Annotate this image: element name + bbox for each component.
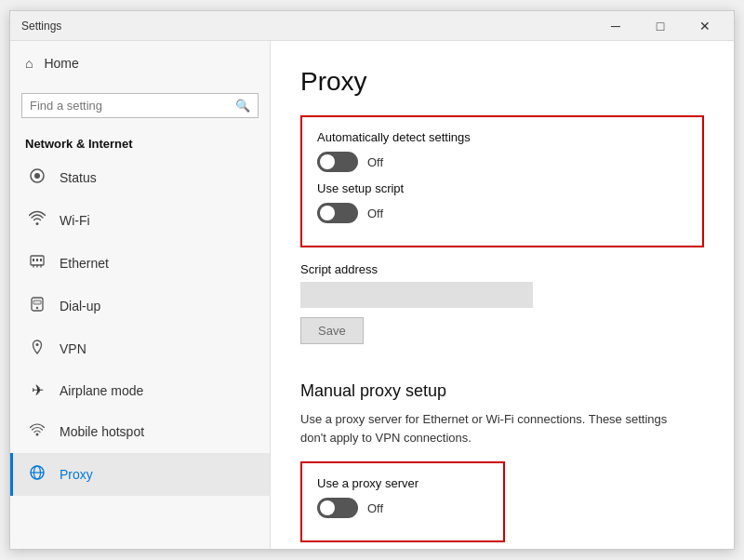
wifi-icon — [28, 210, 46, 231]
sidebar-item-wifi[interactable]: Wi-Fi — [10, 199, 270, 242]
vpn-icon — [28, 339, 46, 359]
proxy-icon — [28, 464, 46, 485]
sidebar-item-status[interactable]: Status — [10, 156, 270, 199]
use-proxy-box: Use a proxy server Off — [300, 461, 505, 542]
right-panel: Proxy Automatically detect settings Off … — [271, 41, 734, 549]
titlebar: Settings ─ □ ✕ — [10, 11, 734, 41]
svg-rect-3 — [33, 259, 34, 261]
sidebar: ⌂ Home 🔍 Network & Internet Status — [10, 41, 271, 549]
manual-setup-title: Manual proxy setup — [300, 381, 704, 401]
sidebar-item-status-label: Status — [60, 170, 97, 185]
setup-script-label: Use setup script — [317, 181, 687, 195]
window-title: Settings — [21, 20, 61, 33]
auto-detect-label: Automatically detect settings — [317, 130, 687, 144]
sidebar-item-proxy[interactable]: Proxy — [10, 453, 270, 496]
airplane-icon: ✈ — [28, 381, 46, 399]
sidebar-item-vpn[interactable]: VPN — [10, 327, 270, 370]
sidebar-item-ethernet-label: Ethernet — [60, 256, 109, 271]
status-icon — [28, 167, 46, 188]
use-proxy-value: Off — [367, 501, 383, 515]
maximize-button[interactable]: □ — [639, 11, 682, 41]
minimize-button[interactable]: ─ — [594, 11, 637, 41]
svg-point-7 — [36, 307, 38, 309]
sidebar-item-airplane-label: Airplane mode — [60, 383, 143, 398]
sidebar-item-hotspot[interactable]: Mobile hotspot — [10, 410, 270, 453]
save-button[interactable]: Save — [300, 317, 364, 344]
page-title: Proxy — [300, 67, 704, 97]
use-proxy-label: Use a proxy server — [317, 476, 488, 490]
setup-script-value: Off — [367, 207, 383, 220]
svg-point-1 — [34, 173, 40, 179]
script-address-label: Script address — [300, 262, 704, 276]
home-icon: ⌂ — [25, 56, 33, 71]
settings-window: Settings ─ □ ✕ ⌂ Home 🔍 Network & Intern… — [9, 10, 735, 550]
automatic-setup-box: Automatically detect settings Off Use se… — [300, 115, 704, 247]
auto-detect-row: Off — [317, 152, 687, 172]
sidebar-home-label: Home — [44, 56, 78, 71]
svg-rect-8 — [33, 300, 41, 304]
sidebar-item-ethernet[interactable]: Ethernet — [10, 242, 270, 285]
setup-script-row: Off — [317, 203, 687, 223]
search-input[interactable] — [30, 99, 230, 113]
window-controls: ─ □ ✕ — [594, 11, 726, 41]
svg-rect-4 — [36, 259, 38, 261]
sidebar-item-dialup[interactable]: Dial-up — [10, 285, 270, 327]
sidebar-item-wifi-label: Wi-Fi — [60, 213, 90, 228]
sidebar-item-vpn-label: VPN — [60, 341, 86, 356]
ethernet-icon — [28, 253, 46, 273]
auto-detect-toggle[interactable] — [317, 152, 358, 172]
sidebar-item-proxy-label: Proxy — [60, 467, 93, 482]
sidebar-section-title: Network & Internet — [10, 129, 270, 156]
manual-setup-description: Use a proxy server for Ethernet or Wi-Fi… — [300, 410, 691, 447]
main-content: ⌂ Home 🔍 Network & Internet Status — [10, 41, 734, 549]
use-proxy-row: Off — [317, 498, 488, 518]
sidebar-item-airplane[interactable]: ✈ Airplane mode — [10, 370, 270, 410]
search-box: 🔍 — [21, 93, 259, 118]
close-button[interactable]: ✕ — [684, 11, 726, 41]
sidebar-item-hotspot-label: Mobile hotspot — [60, 424, 144, 439]
use-proxy-toggle[interactable] — [317, 498, 358, 518]
search-icon: 🔍 — [235, 99, 250, 113]
sidebar-item-home[interactable]: ⌂ Home — [10, 41, 270, 86]
svg-point-10 — [36, 433, 39, 436]
svg-point-9 — [36, 343, 39, 346]
dialup-icon — [28, 296, 46, 316]
sidebar-item-dialup-label: Dial-up — [60, 299, 100, 313]
script-address-input[interactable] — [300, 282, 533, 308]
hotspot-icon — [28, 421, 46, 442]
svg-rect-5 — [40, 259, 42, 261]
setup-script-toggle[interactable] — [317, 203, 358, 223]
auto-detect-value: Off — [367, 155, 383, 169]
